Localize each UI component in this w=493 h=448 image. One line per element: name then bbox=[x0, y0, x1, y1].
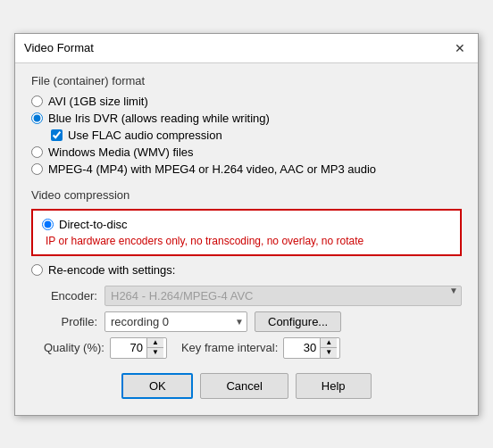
direct-to-disc-note: IP or hardware encoders only, no transco… bbox=[46, 235, 451, 247]
configure-button[interactable]: Configure... bbox=[255, 311, 341, 332]
profile-select[interactable]: recording 0 bbox=[104, 311, 247, 332]
quality-spinbox: 70 ▲ ▼ bbox=[110, 337, 167, 359]
reencode-row: Re-encode with settings: bbox=[31, 263, 462, 277]
keyframe-spinbox: 30 ▲ ▼ bbox=[283, 337, 340, 359]
encoder-row: Encoder: H264 - H.264/MPEG-4 AVC ▼ bbox=[44, 286, 462, 306]
encoder-combo-wrapper: H264 - H.264/MPEG-4 AVC ▼ bbox=[104, 286, 462, 306]
direct-to-disc-label: Direct-to-disc bbox=[59, 218, 128, 231]
keyframe-input[interactable]: 30 bbox=[284, 339, 320, 356]
mpeg4-radio[interactable] bbox=[31, 163, 43, 175]
profile-row: Profile: recording 0 ▼ Configure... bbox=[44, 311, 462, 332]
flac-label: Use FLAC audio compression bbox=[68, 129, 222, 142]
direct-to-disc-row: Direct-to-disc bbox=[42, 218, 451, 231]
reencode-radio[interactable] bbox=[31, 264, 43, 276]
blueiris-label: Blue Iris DVR (allows reading while writ… bbox=[48, 112, 270, 125]
direct-to-disc-radio[interactable] bbox=[42, 219, 54, 230]
encoder-label: Encoder: bbox=[44, 289, 97, 303]
blueiris-radio[interactable] bbox=[31, 112, 43, 124]
video-compression-section: Video compression Direct-to-disc IP or h… bbox=[31, 188, 462, 359]
quality-up-button[interactable]: ▲ bbox=[147, 338, 163, 348]
flac-checkbox[interactable] bbox=[51, 129, 63, 141]
mpeg4-label: MPEG-4 (MP4) with MPEG4 or H.264 video, … bbox=[48, 162, 376, 176]
wmv-option: Windows Media (WMV) files bbox=[31, 145, 462, 159]
settings-area: Encoder: H264 - H.264/MPEG-4 AVC ▼ Profi… bbox=[35, 286, 462, 359]
avi-option: AVI (1GB size limit) bbox=[31, 95, 462, 108]
cancel-button[interactable]: Cancel bbox=[200, 373, 288, 399]
close-button[interactable]: ✕ bbox=[451, 39, 469, 57]
wmv-radio[interactable] bbox=[31, 146, 43, 158]
reencode-label: Re-encode with settings: bbox=[48, 263, 175, 277]
file-format-options: AVI (1GB size limit) Blue Iris DVR (allo… bbox=[31, 95, 462, 176]
quality-label: Quality (%): bbox=[44, 341, 104, 354]
file-format-label: File (container) format bbox=[31, 74, 462, 87]
blueiris-option: Blue Iris DVR (allows reading while writ… bbox=[31, 112, 462, 125]
quality-down-button[interactable]: ▼ bbox=[147, 348, 163, 358]
title-bar: Video Format ✕ bbox=[15, 34, 478, 63]
mpeg4-option: MPEG-4 (MP4) with MPEG4 or H.264 video, … bbox=[31, 162, 462, 176]
ok-button[interactable]: OK bbox=[121, 373, 193, 399]
quality-keyframe-row: Quality (%): 70 ▲ ▼ Key frame interval: bbox=[44, 337, 462, 359]
quality-input[interactable]: 70 bbox=[111, 339, 146, 356]
flac-option: Use FLAC audio compression bbox=[51, 129, 462, 142]
keyframe-up-button[interactable]: ▲ bbox=[321, 338, 337, 348]
keyframe-label: Key frame interval: bbox=[181, 341, 278, 354]
bottom-buttons: OK Cancel Help bbox=[31, 373, 462, 399]
help-button[interactable]: Help bbox=[296, 373, 372, 399]
direct-to-disc-box: Direct-to-disc IP or hardware encoders o… bbox=[31, 209, 462, 256]
quality-arrows: ▲ ▼ bbox=[146, 338, 163, 358]
video-compression-label: Video compression bbox=[31, 188, 462, 202]
profile-combo-wrapper: recording 0 ▼ bbox=[104, 311, 247, 332]
keyframe-down-button[interactable]: ▼ bbox=[321, 348, 337, 358]
avi-radio[interactable] bbox=[31, 95, 43, 107]
file-format-section: File (container) format AVI (1GB size li… bbox=[31, 74, 462, 176]
encoder-select[interactable]: H264 - H.264/MPEG-4 AVC bbox=[104, 286, 462, 306]
avi-label: AVI (1GB size limit) bbox=[48, 95, 148, 108]
dialog-title: Video Format bbox=[24, 41, 94, 54]
dialog-body: File (container) format AVI (1GB size li… bbox=[15, 63, 478, 415]
profile-label: Profile: bbox=[44, 315, 97, 328]
keyframe-arrows: ▲ ▼ bbox=[320, 338, 337, 358]
wmv-label: Windows Media (WMV) files bbox=[48, 145, 194, 159]
quality-group: Quality (%): 70 ▲ ▼ bbox=[44, 337, 167, 359]
keyframe-group: Key frame interval: 30 ▲ ▼ bbox=[181, 337, 340, 359]
video-format-dialog: Video Format ✕ File (container) format A… bbox=[14, 33, 479, 416]
